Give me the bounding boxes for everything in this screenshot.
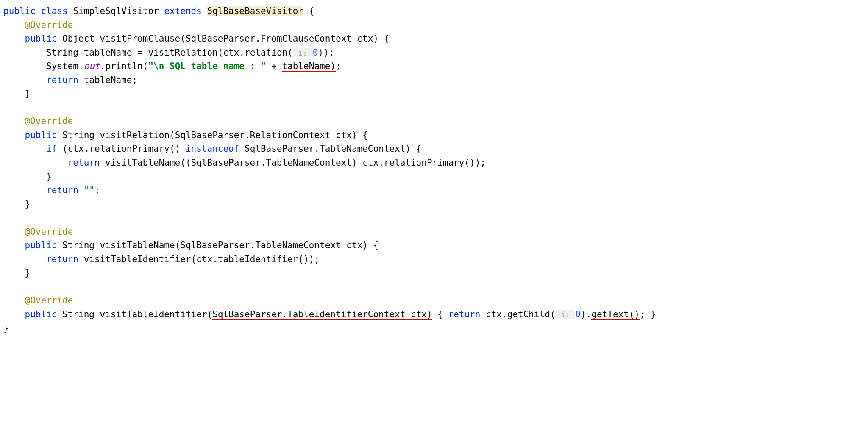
keyword-public: public	[25, 130, 57, 140]
underlined-method: getText()	[591, 309, 640, 320]
keyword-instanceof: instanceof	[186, 144, 239, 154]
method-name: visitTableName	[100, 240, 175, 250]
class-name: SimpleSqlVisitor	[73, 6, 159, 16]
code-line[interactable]: public String visitRelation(SqlBaseParse…	[0, 128, 868, 142]
method-name: visitRelation	[100, 130, 170, 140]
keyword-return: return	[46, 254, 78, 264]
number-literal: 0	[313, 47, 318, 58]
code-line[interactable]: return "";	[0, 183, 868, 197]
code-line[interactable]: return tableName;	[0, 73, 868, 87]
code-line[interactable]: }	[0, 266, 868, 280]
base-class-highlighted: SqlBaseBaseVisitor	[207, 6, 304, 16]
code-line[interactable]: public String visitTableIdentifier(SqlBa…	[0, 308, 868, 322]
annotation-override: @Override	[25, 20, 73, 30]
param-hint: i:	[555, 310, 575, 319]
code-line[interactable]: }	[0, 170, 868, 184]
string-literal: ""	[84, 185, 95, 195]
keyword-public: public	[25, 33, 57, 44]
code-line[interactable]: return visitTableIdentifier(ctx.tableIde…	[0, 253, 868, 266]
underlined-variable: tableName)	[282, 61, 336, 72]
return-type: Object	[62, 33, 95, 44]
code-line[interactable]: }	[0, 322, 868, 336]
keyword-return: return	[68, 158, 100, 168]
code-line[interactable]: @Override	[0, 114, 868, 128]
annotation-override: @Override	[25, 227, 73, 237]
code-line[interactable]: @Override	[0, 18, 868, 32]
underlined-param: SqlBaseParser.TableIdentifierContext ctx…	[212, 309, 432, 320]
annotation-override: @Override	[25, 116, 73, 126]
method-name: visitFromClause	[100, 33, 181, 44]
code-line[interactable]: if (ctx.relationPrimary() instanceof Sql…	[0, 142, 868, 156]
string-literal: "\n SQL table name : "	[148, 61, 266, 71]
code-line[interactable]: }	[0, 197, 868, 211]
annotation-override: @Override	[25, 295, 73, 305]
keyword-if: if	[46, 144, 57, 154]
code-line[interactable]: return visitTableName((SqlBaseParser.Tab…	[0, 156, 868, 170]
keyword-public: public	[25, 240, 57, 250]
keyword-return: return	[46, 185, 78, 195]
keyword-public: public	[25, 309, 57, 319]
code-line[interactable]: @Override	[0, 294, 868, 308]
field-out: out	[84, 61, 100, 71]
number-literal: 0	[575, 309, 581, 319]
code-line[interactable]: public String visitTableName(SqlBasePars…	[0, 239, 868, 253]
code-line[interactable]	[0, 101, 868, 115]
method-name: visitTableIdentifier	[100, 309, 207, 319]
code-editor[interactable]: public class SimpleSqlVisitor extends Sq…	[0, 4, 868, 335]
keyword-class: class	[41, 6, 68, 16]
code-line[interactable]	[0, 211, 868, 225]
code-line[interactable]: @Override	[0, 225, 868, 239]
code-line[interactable]: }	[0, 87, 868, 101]
keyword-return: return	[46, 75, 78, 85]
code-line[interactable]: public class SimpleSqlVisitor extends Sq…	[0, 4, 868, 18]
keyword-return: return	[448, 309, 481, 319]
code-line[interactable]: System.out.println("\n SQL table name : …	[0, 59, 868, 73]
code-line[interactable]: String tableName = visitRelation(ctx.rel…	[0, 46, 868, 60]
keyword-public: public	[3, 6, 36, 16]
code-line[interactable]: public Object visitFromClause(SqlBasePar…	[0, 32, 868, 46]
code-line[interactable]	[0, 280, 868, 294]
keyword-extends: extends	[164, 6, 202, 16]
param-hint: i:	[293, 48, 313, 57]
